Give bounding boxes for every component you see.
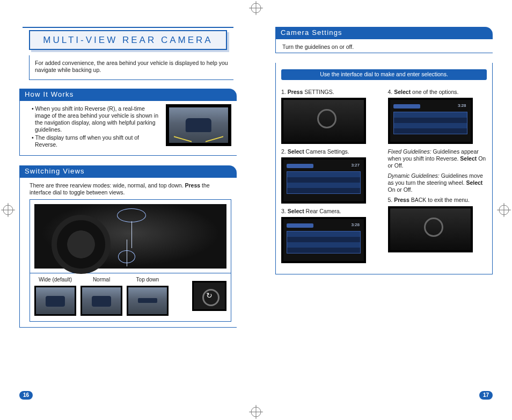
how-bullet: The display turns off when you shift out… bbox=[32, 134, 160, 148]
view-mode-label: Top down bbox=[127, 277, 169, 284]
page-number-right: 17 bbox=[479, 391, 493, 400]
step-rest: Camera Settings. bbox=[304, 148, 349, 155]
step-1-text: 1. Press SETTINGS. bbox=[281, 89, 381, 96]
view-mode-topdown: Top down bbox=[127, 277, 169, 316]
clock-label: 3:27 bbox=[351, 163, 360, 168]
steering-wheel-icon bbox=[52, 215, 111, 274]
view-modes-strip: Wide (default) Normal Top down ↻ bbox=[30, 273, 231, 322]
step-bold: Select bbox=[394, 89, 411, 95]
step-num: 5. bbox=[388, 197, 393, 203]
interface-dial-thumb: ↻ bbox=[192, 281, 226, 311]
step-bold: Press bbox=[288, 89, 303, 95]
clock-label: 3:28 bbox=[351, 222, 360, 228]
how-bullet: When you shift into Reverse (R), a real-… bbox=[32, 105, 160, 134]
camera-settings-subtitle: Turn the guidelines on or off. bbox=[282, 44, 487, 50]
rotate-arrow-icon: ↻ bbox=[206, 292, 213, 301]
page-number-left: 16 bbox=[19, 391, 33, 400]
step-2-image: 3:27 bbox=[281, 157, 366, 204]
clock-label: 3:28 bbox=[458, 103, 466, 108]
note-text: On or Off. bbox=[388, 186, 413, 193]
fixed-guidelines-note: Fixed Guidelines: Guidelines appear when… bbox=[388, 148, 487, 169]
note-label: Dynamic Guidelines: bbox=[388, 172, 440, 179]
text: There are three rearview modes: wide, no… bbox=[30, 182, 185, 189]
chapter-intro: For added convenience, the area behind y… bbox=[29, 55, 233, 79]
step-bold: Select bbox=[288, 208, 304, 214]
switching-views-intro: There are three rearview modes: wide, no… bbox=[30, 182, 231, 196]
steps-grid: 1. Press SETTINGS. 2. Select Camera Sett… bbox=[281, 85, 487, 267]
page-left: MULTI-VIEW REAR CAMERA For added conveni… bbox=[0, 0, 256, 420]
step-num: 1. bbox=[281, 89, 286, 95]
step-num: 2. bbox=[281, 148, 286, 155]
view-mode-normal: Normal bbox=[81, 277, 122, 316]
section-header-how-it-works: How It Works bbox=[19, 89, 237, 101]
section-body-camera-settings: Turn the guidelines on or off. bbox=[275, 39, 493, 53]
dynamic-guidelines-note: Dynamic Guidelines: Guidelines move as y… bbox=[388, 172, 487, 193]
page-right: Camera Settings Turn the guidelines on o… bbox=[256, 0, 512, 420]
view-mode-wide: Wide (default) bbox=[34, 277, 76, 316]
note-bold: Select bbox=[460, 155, 477, 162]
view-mode-label: Normal bbox=[81, 277, 122, 284]
step-3-text: 3. Select Rear Camera. bbox=[281, 208, 381, 215]
step-rest: SETTINGS. bbox=[303, 89, 334, 95]
step-5-text: 5. Press BACK to exit the menu. bbox=[388, 197, 487, 204]
chapter-title: MULTI-VIEW REAR CAMERA bbox=[29, 30, 227, 50]
step-1-image bbox=[281, 98, 366, 144]
step-bold: Press bbox=[394, 197, 409, 203]
instruction-bar: Use the interface dial to make and enter… bbox=[281, 69, 487, 79]
dashboard-image-frame bbox=[30, 199, 231, 273]
dashboard-image bbox=[34, 204, 226, 269]
rear-camera-preview-image bbox=[166, 104, 231, 146]
step-rest: BACK to exit the menu. bbox=[409, 197, 470, 203]
document-spread: MULTI-VIEW REAR CAMERA For added conveni… bbox=[0, 0, 512, 420]
steps-column-left: 1. Press SETTINGS. 2. Select Camera Sett… bbox=[281, 85, 381, 267]
callout-circle-icon bbox=[117, 208, 146, 222]
section-header-camera-settings: Camera Settings bbox=[275, 27, 493, 39]
note-bold: Select bbox=[466, 179, 482, 186]
camera-settings-steps-frame: Use the interface dial to make and enter… bbox=[275, 63, 493, 274]
step-rest: Rear Camera. bbox=[304, 208, 341, 214]
step-4-image: 3:28 bbox=[388, 98, 473, 144]
step-5-image bbox=[388, 206, 473, 252]
chapter-header: MULTI-VIEW REAR CAMERA bbox=[19, 27, 237, 50]
section-header-switching-views: Switching Views bbox=[19, 165, 237, 178]
step-bold: Select bbox=[288, 148, 304, 155]
section-body-switching-views: There are three rearview modes: wide, no… bbox=[19, 178, 237, 328]
step-3-image: 3:28 bbox=[281, 217, 366, 263]
step-num: 4. bbox=[388, 89, 393, 95]
note-label: Fixed Guidelines: bbox=[388, 148, 431, 155]
step-num: 3. bbox=[281, 208, 286, 214]
step-4-text: 4. Select one of the options. bbox=[388, 89, 487, 96]
step-2-text: 2. Select Camera Settings. bbox=[281, 148, 381, 155]
view-mode-label: Wide (default) bbox=[34, 277, 76, 284]
text-bold: Press bbox=[185, 182, 200, 189]
section-body-how-it-works: When you shift into Reverse (R), a real-… bbox=[19, 101, 237, 156]
steps-column-right: 4. Select one of the options. 3:28 Fixed… bbox=[388, 85, 487, 267]
step-rest: one of the options. bbox=[411, 89, 458, 95]
